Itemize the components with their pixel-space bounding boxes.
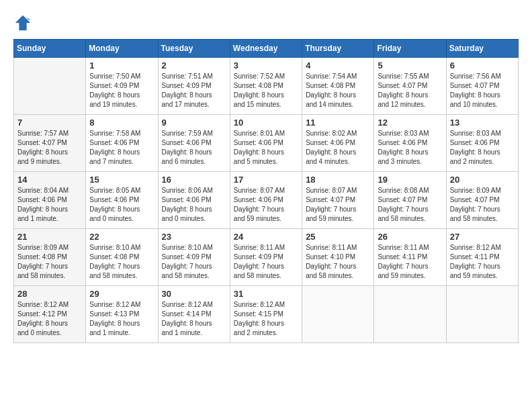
calendar-cell: 12Sunrise: 8:03 AMSunset: 4:06 PMDayligh… (374, 115, 446, 172)
calendar-cell: 14Sunrise: 8:04 AMSunset: 4:06 PMDayligh… (14, 172, 86, 229)
day-number: 9 (162, 118, 226, 128)
day-number: 5 (378, 60, 442, 71)
calendar-cell: 27Sunrise: 8:12 AMSunset: 4:11 PMDayligh… (446, 229, 518, 286)
week-row-1: 1Sunrise: 7:50 AMSunset: 4:09 PMDaylight… (14, 58, 519, 115)
calendar-cell: 29Sunrise: 8:12 AMSunset: 4:13 PMDayligh… (86, 286, 158, 343)
weekday-header-wednesday: Wednesday (230, 40, 302, 58)
day-info: Sunrise: 8:12 AMSunset: 4:14 PMDaylight:… (162, 300, 226, 338)
calendar-cell: 21Sunrise: 8:09 AMSunset: 4:08 PMDayligh… (14, 229, 86, 286)
logo-icon (13, 13, 32, 32)
weekday-header-saturday: Saturday (446, 40, 518, 58)
day-number: 24 (234, 232, 298, 242)
day-number: 20 (450, 175, 515, 185)
weekday-header-thursday: Thursday (302, 40, 374, 58)
day-number: 11 (306, 118, 370, 128)
calendar-cell: 18Sunrise: 8:07 AMSunset: 4:07 PMDayligh… (302, 172, 374, 229)
day-number: 8 (89, 118, 154, 128)
day-info: Sunrise: 8:11 AMSunset: 4:11 PMDaylight:… (378, 243, 442, 281)
calendar-cell: 25Sunrise: 8:11 AMSunset: 4:10 PMDayligh… (302, 229, 374, 286)
weekday-header-monday: Monday (86, 40, 158, 58)
day-info: Sunrise: 7:52 AMSunset: 4:08 PMDaylight:… (234, 72, 298, 109)
day-number: 30 (162, 289, 226, 299)
day-number: 17 (234, 175, 298, 185)
day-info: Sunrise: 8:12 AMSunset: 4:15 PMDaylight:… (234, 300, 298, 338)
weekday-header-sunday: Sunday (14, 40, 86, 58)
day-number: 18 (306, 175, 370, 185)
day-info: Sunrise: 7:50 AMSunset: 4:09 PMDaylight:… (89, 72, 154, 109)
day-info: Sunrise: 8:12 AMSunset: 4:11 PMDaylight:… (450, 243, 515, 281)
calendar-cell: 31Sunrise: 8:12 AMSunset: 4:15 PMDayligh… (230, 286, 302, 343)
day-number: 29 (89, 289, 154, 299)
weekday-header-friday: Friday (374, 40, 446, 58)
day-info: Sunrise: 8:11 AMSunset: 4:10 PMDaylight:… (306, 243, 370, 281)
calendar-cell: 1Sunrise: 7:50 AMSunset: 4:09 PMDaylight… (86, 58, 158, 115)
day-number: 23 (162, 232, 226, 242)
day-info: Sunrise: 8:02 AMSunset: 4:06 PMDaylight:… (306, 129, 370, 167)
day-info: Sunrise: 7:51 AMSunset: 4:09 PMDaylight:… (162, 72, 226, 109)
day-number: 27 (450, 232, 515, 242)
week-row-2: 7Sunrise: 7:57 AMSunset: 4:07 PMDaylight… (14, 115, 519, 172)
calendar-table: SundayMondayTuesdayWednesdayThursdayFrid… (13, 39, 519, 343)
day-info: Sunrise: 7:59 AMSunset: 4:06 PMDaylight:… (162, 129, 226, 167)
page-header (13, 13, 519, 32)
svg-marker-0 (15, 15, 30, 30)
day-number: 6 (450, 60, 515, 71)
day-info: Sunrise: 8:03 AMSunset: 4:06 PMDaylight:… (450, 129, 515, 167)
day-info: Sunrise: 8:10 AMSunset: 4:08 PMDaylight:… (89, 243, 154, 281)
day-info: Sunrise: 7:54 AMSunset: 4:08 PMDaylight:… (306, 72, 370, 109)
calendar-cell: 23Sunrise: 8:10 AMSunset: 4:09 PMDayligh… (158, 229, 230, 286)
day-number: 19 (378, 175, 442, 185)
calendar-cell: 16Sunrise: 8:06 AMSunset: 4:06 PMDayligh… (158, 172, 230, 229)
day-info: Sunrise: 8:05 AMSunset: 4:06 PMDaylight:… (89, 186, 154, 224)
calendar-cell: 5Sunrise: 7:55 AMSunset: 4:07 PMDaylight… (374, 58, 446, 115)
day-number: 3 (234, 60, 298, 71)
day-info: Sunrise: 8:07 AMSunset: 4:07 PMDaylight:… (306, 186, 370, 224)
calendar-cell: 15Sunrise: 8:05 AMSunset: 4:06 PMDayligh… (86, 172, 158, 229)
day-number: 10 (234, 118, 298, 128)
day-number: 22 (89, 232, 154, 242)
calendar-cell: 13Sunrise: 8:03 AMSunset: 4:06 PMDayligh… (446, 115, 518, 172)
day-info: Sunrise: 7:56 AMSunset: 4:07 PMDaylight:… (450, 72, 515, 109)
day-info: Sunrise: 8:12 AMSunset: 4:12 PMDaylight:… (17, 300, 82, 338)
calendar-cell: 8Sunrise: 7:58 AMSunset: 4:06 PMDaylight… (86, 115, 158, 172)
day-info: Sunrise: 8:07 AMSunset: 4:06 PMDaylight:… (234, 186, 298, 224)
calendar-cell: 10Sunrise: 8:01 AMSunset: 4:06 PMDayligh… (230, 115, 302, 172)
day-number: 13 (450, 118, 515, 128)
day-info: Sunrise: 7:58 AMSunset: 4:06 PMDaylight:… (89, 129, 154, 167)
day-info: Sunrise: 7:57 AMSunset: 4:07 PMDaylight:… (17, 129, 82, 167)
day-number: 28 (17, 289, 82, 299)
day-number: 7 (17, 118, 82, 128)
calendar-header-row: SundayMondayTuesdayWednesdayThursdayFrid… (14, 40, 519, 58)
day-number: 14 (17, 175, 82, 185)
calendar-cell: 3Sunrise: 7:52 AMSunset: 4:08 PMDaylight… (230, 58, 302, 115)
day-info: Sunrise: 8:09 AMSunset: 4:08 PMDaylight:… (17, 243, 82, 281)
week-row-5: 28Sunrise: 8:12 AMSunset: 4:12 PMDayligh… (14, 286, 519, 343)
day-number: 1 (89, 60, 154, 71)
calendar-cell: 2Sunrise: 7:51 AMSunset: 4:09 PMDaylight… (158, 58, 230, 115)
day-info: Sunrise: 8:09 AMSunset: 4:07 PMDaylight:… (450, 186, 515, 224)
calendar-cell (446, 286, 518, 343)
week-row-3: 14Sunrise: 8:04 AMSunset: 4:06 PMDayligh… (14, 172, 519, 229)
calendar-cell: 28Sunrise: 8:12 AMSunset: 4:12 PMDayligh… (14, 286, 86, 343)
day-info: Sunrise: 8:11 AMSunset: 4:09 PMDaylight:… (234, 243, 298, 281)
calendar-cell: 7Sunrise: 7:57 AMSunset: 4:07 PMDaylight… (14, 115, 86, 172)
weekday-header-tuesday: Tuesday (158, 40, 230, 58)
calendar-cell: 4Sunrise: 7:54 AMSunset: 4:08 PMDaylight… (302, 58, 374, 115)
logo (13, 13, 35, 32)
day-info: Sunrise: 8:03 AMSunset: 4:06 PMDaylight:… (378, 129, 442, 167)
calendar-cell: 30Sunrise: 8:12 AMSunset: 4:14 PMDayligh… (158, 286, 230, 343)
calendar-cell: 11Sunrise: 8:02 AMSunset: 4:06 PMDayligh… (302, 115, 374, 172)
calendar-cell (14, 58, 86, 115)
day-number: 21 (17, 232, 82, 242)
day-number: 2 (162, 60, 226, 71)
calendar-cell: 24Sunrise: 8:11 AMSunset: 4:09 PMDayligh… (230, 229, 302, 286)
calendar-cell (302, 286, 374, 343)
day-number: 12 (378, 118, 442, 128)
calendar-cell: 17Sunrise: 8:07 AMSunset: 4:06 PMDayligh… (230, 172, 302, 229)
calendar-cell: 26Sunrise: 8:11 AMSunset: 4:11 PMDayligh… (374, 229, 446, 286)
day-number: 25 (306, 232, 370, 242)
day-info: Sunrise: 8:06 AMSunset: 4:06 PMDaylight:… (162, 186, 226, 224)
day-number: 26 (378, 232, 442, 242)
calendar-cell: 19Sunrise: 8:08 AMSunset: 4:07 PMDayligh… (374, 172, 446, 229)
day-info: Sunrise: 8:10 AMSunset: 4:09 PMDaylight:… (162, 243, 226, 281)
